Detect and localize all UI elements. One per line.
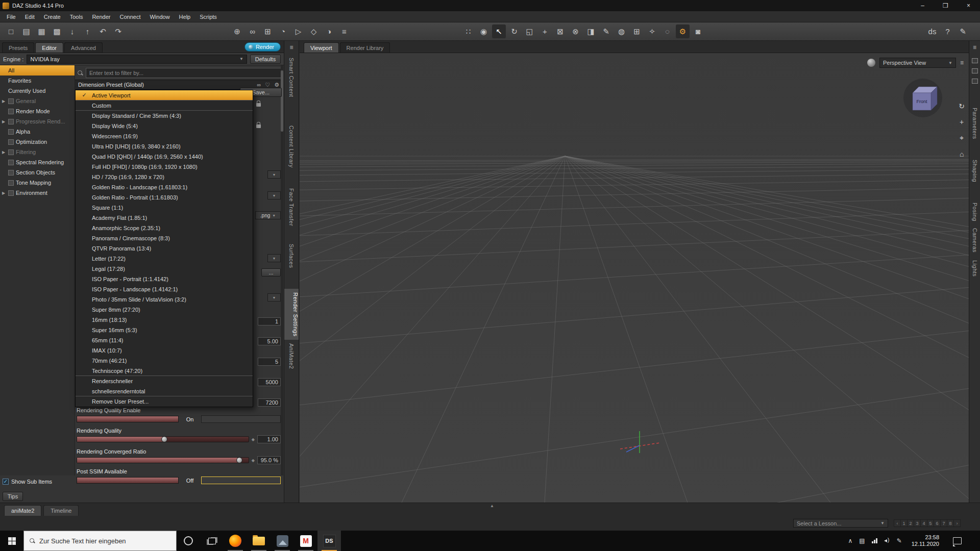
preset-menu-item[interactable]: Renderschneller — [76, 376, 253, 386]
pane-tab[interactable]: Cameras — [972, 224, 978, 256]
preset-menu-item[interactable]: Display Wide (5:4) — [76, 121, 253, 131]
preset-menu-item[interactable]: Active Viewport — [76, 90, 253, 101]
task-view-button[interactable] — [200, 531, 224, 551]
pane-menu-icon[interactable] — [289, 44, 293, 51]
dropdown-stub[interactable] — [267, 170, 281, 179]
panel-tab[interactable]: Presets — [2, 42, 34, 53]
value-field[interactable]: 5000 — [258, 378, 281, 386]
play-key-icon[interactable]: ▷ — [291, 24, 305, 38]
save-icon[interactable]: ▦ — [35, 24, 48, 38]
cut-tool-icon[interactable]: ⊗ — [569, 24, 582, 38]
render-button[interactable]: Render — [244, 42, 281, 52]
category-item[interactable]: General — [0, 96, 75, 106]
pager-cell[interactable]: 7 — [940, 519, 947, 527]
gear-icon[interactable]: ⚙ — [274, 82, 279, 88]
value-field[interactable]: 5 — [258, 358, 281, 366]
preset-menu-item[interactable]: 16mm (18:13) — [76, 315, 253, 325]
show-sub-items-checkbox[interactable] — [3, 479, 9, 485]
start-button[interactable] — [0, 531, 23, 551]
preset-menu-item[interactable]: Anamorphic Scope (2.35:1) — [76, 223, 253, 233]
category-item[interactable]: Progressive Rend... — [0, 116, 75, 127]
panel-tab[interactable]: Editor — [35, 42, 63, 53]
category-item[interactable]: Tone Mapping — [0, 178, 75, 188]
preset-menu-item[interactable]: Panorama / Cinemascope (8:3) — [76, 233, 253, 243]
rotate-tool-icon[interactable]: ↻ — [507, 24, 521, 38]
link-nodes-icon[interactable]: ∞ — [246, 24, 259, 38]
preset-menu-item[interactable]: Square (1:1) — [76, 203, 253, 213]
node-selection-tool-icon[interactable]: ↖ — [492, 24, 506, 38]
drawstyle-sphere-icon[interactable] — [867, 59, 875, 67]
slider-track[interactable] — [77, 436, 249, 442]
browse-button[interactable]: ... — [261, 268, 281, 277]
defaults-button[interactable]: Defaults — [250, 55, 281, 64]
geometry-editor-icon[interactable]: ✎ — [599, 24, 613, 38]
action-center-icon[interactable] — [953, 537, 962, 544]
lasso-tool-icon[interactable]: ◌ — [660, 24, 674, 38]
category-item[interactable]: Currently Used — [0, 86, 75, 96]
preset-menu-item[interactable]: IMAX (10:7) — [76, 345, 253, 356]
grid-tool-icon[interactable]: ∷ — [461, 24, 475, 38]
pane-icon[interactable] — [972, 58, 978, 63]
taskbar-search[interactable] — [23, 531, 177, 551]
preset-menu-item[interactable]: Display Standard / Cine 35mm (4:3) — [76, 111, 253, 121]
preset-menu-item[interactable]: Widescreen (16:9) — [76, 131, 253, 141]
preset-menu-item[interactable]: Full HD [FHD] / 1080p (16:9, 980 x 551… — [76, 162, 253, 172]
dropdown-stub[interactable] — [267, 254, 281, 262]
undo-icon[interactable]: ↶ — [96, 24, 110, 38]
snap-icon[interactable]: ⊞ — [261, 24, 275, 38]
redo-icon[interactable]: ↷ — [111, 24, 125, 38]
favorite-icon[interactable]: ♡ — [265, 82, 270, 88]
keyboard-icon[interactable]: ▤ — [859, 537, 865, 544]
category-item[interactable]: Favorites — [0, 76, 75, 86]
pane-tab[interactable]: Face Transfer — [288, 185, 295, 230]
daz-studio-taskbar-button[interactable]: DS — [317, 531, 341, 551]
menu-item[interactable]: File — [2, 14, 20, 20]
image-tool-taskbar-button[interactable] — [271, 531, 294, 551]
frame-tool-icon[interactable]: ⊠ — [553, 24, 567, 38]
list-icon[interactable]: ≡ — [337, 24, 351, 38]
minimize-button[interactable]: – — [911, 0, 934, 11]
volume-icon[interactable] — [884, 538, 890, 543]
panel-tab[interactable]: Advanced — [64, 42, 103, 53]
pan-icon[interactable]: + — [959, 118, 965, 126]
preset-menu-item[interactable]: QTVR Panorama (13:4) — [76, 243, 253, 254]
taskbar-search-input[interactable] — [39, 537, 171, 545]
import-icon[interactable]: ↓ — [65, 24, 79, 38]
cortana-button[interactable] — [177, 531, 200, 551]
dropdown-stub[interactable] — [267, 191, 281, 199]
pane-tab[interactable]: Surfaces — [288, 240, 295, 271]
firefox-taskbar-button[interactable] — [224, 531, 247, 551]
rendering-quality-slider[interactable]: 1.00 — [77, 434, 281, 444]
dock-tab[interactable]: Timeline — [43, 505, 79, 516]
pane-icon[interactable] — [972, 68, 978, 73]
pager-cell[interactable]: 6 — [934, 519, 941, 527]
gmail-taskbar-button[interactable]: M — [294, 531, 317, 551]
preset-menu-item[interactable]: HD / 720p (16:9, 1280 x 720) — [76, 172, 253, 182]
preset-menu-item[interactable]: ISO Paper - Portrait (1:1.4142) — [76, 274, 253, 284]
pose-icon[interactable]: ◇ — [307, 24, 321, 38]
viewport-canvas[interactable]: Perspective View Front ↻+⌖⌂ — [300, 53, 969, 503]
dock-tab[interactable]: aniMate2 — [4, 505, 41, 516]
lesson-selector[interactable]: Select a Lesson... — [793, 519, 888, 528]
value-field[interactable]: 1 — [258, 317, 281, 325]
orbit-icon[interactable]: ↻ — [959, 102, 965, 110]
preset-menu-item[interactable]: Super 16mm (5:3) — [76, 325, 253, 335]
home-icon[interactable]: ⌂ — [959, 150, 965, 158]
close-button[interactable]: × — [957, 0, 980, 11]
pen-icon[interactable]: ✎ — [897, 537, 902, 544]
preset-menu-item[interactable]: Super 8mm (27:20) — [76, 305, 253, 315]
category-item[interactable]: Alpha — [0, 127, 75, 137]
slider-knob[interactable] — [161, 436, 167, 442]
pane-tab[interactable]: Render Settings — [284, 289, 299, 340]
category-item[interactable]: Render Mode — [0, 106, 75, 116]
value-field[interactable]: 7200 — [258, 398, 281, 407]
pager-cell[interactable]: 5 — [927, 519, 934, 527]
pane-icon[interactable] — [972, 79, 978, 84]
menu-item[interactable]: Window — [145, 14, 174, 20]
slider-value[interactable]: 95.0 % — [257, 456, 281, 464]
export-icon[interactable]: ↑ — [81, 24, 94, 38]
sphere-tool-icon[interactable]: ◉ — [477, 24, 491, 38]
orbit-target-icon[interactable]: ◑ — [322, 24, 336, 38]
collapse-handle-icon[interactable] — [490, 504, 494, 508]
pane-tab[interactable]: Shaping — [972, 156, 978, 186]
